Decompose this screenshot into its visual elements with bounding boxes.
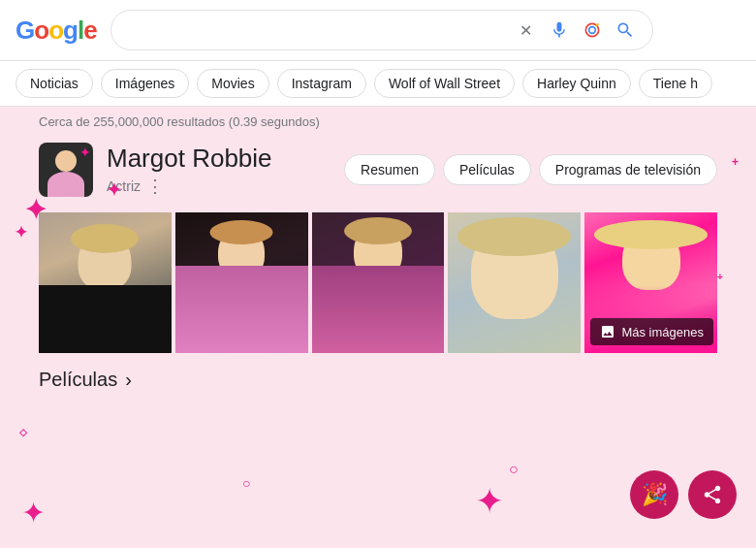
lens-button[interactable] bbox=[581, 18, 604, 42]
peliculas-arrow-icon[interactable]: › bbox=[125, 369, 132, 391]
search-icon bbox=[615, 20, 635, 40]
kp-subtitle: Actriz ⋮ bbox=[107, 176, 331, 197]
kp-tab-resumen[interactable]: Resumen bbox=[344, 154, 435, 185]
tab-wolf-of-wall-street[interactable]: Wolf of Wall Street bbox=[374, 69, 515, 98]
tab-movies[interactable]: Movies bbox=[197, 69, 268, 98]
svg-point-1 bbox=[588, 27, 595, 34]
search-bar: margot robbie ✕ bbox=[110, 10, 653, 50]
more-images-badge[interactable]: Más imágenes bbox=[590, 318, 713, 345]
image-icon bbox=[600, 324, 615, 339]
clear-button[interactable]: ✕ bbox=[515, 18, 538, 42]
tab-instagram[interactable]: Instagram bbox=[277, 69, 366, 98]
share-button[interactable] bbox=[688, 470, 737, 519]
knowledge-panel: ✦ Margot Robbie Actriz ⋮ Resumen Películ… bbox=[0, 137, 756, 203]
avatar-star-decoration: ✦ bbox=[79, 145, 91, 160]
gallery-image-4[interactable] bbox=[448, 212, 581, 353]
kp-tab-peliculas[interactable]: Películas bbox=[443, 154, 531, 185]
tab-noticias[interactable]: Noticias bbox=[16, 69, 93, 98]
tab-imagenes[interactable]: Imágenes bbox=[101, 69, 189, 98]
search-tabs: Noticias Imágenes Movies Instagram Wolf … bbox=[0, 61, 756, 107]
kp-info: Margot Robbie Actriz ⋮ bbox=[107, 144, 331, 197]
party-button[interactable]: 🎉 bbox=[630, 470, 678, 519]
image-gallery-wrapper: Más imágenes ✦ ✦ ✦ ✦ bbox=[0, 203, 756, 363]
lens-icon bbox=[583, 20, 602, 40]
search-icons: ✕ bbox=[515, 18, 637, 42]
kp-tab-programas[interactable]: Programas de televisión bbox=[539, 154, 717, 185]
kp-name: Margot Robbie bbox=[107, 144, 331, 174]
more-images-label: Más imágenes bbox=[621, 325, 704, 339]
mic-button[interactable] bbox=[548, 18, 571, 42]
sparkle-9: ◇ bbox=[19, 427, 27, 437]
more-options-icon[interactable]: ⋮ bbox=[146, 176, 164, 197]
avatar: ✦ bbox=[39, 143, 93, 197]
gallery-image-2[interactable] bbox=[175, 212, 308, 353]
mic-icon bbox=[550, 20, 569, 40]
kp-tabs: Resumen Películas Programas de televisió… bbox=[344, 154, 717, 185]
search-button[interactable] bbox=[614, 18, 637, 42]
gallery-image-3[interactable] bbox=[312, 212, 445, 353]
gallery-image-1[interactable] bbox=[39, 212, 172, 353]
results-count: Cerca de 255,000,000 resultados (0.39 se… bbox=[0, 107, 756, 137]
svg-line-2 bbox=[596, 23, 599, 26]
image-gallery: Más imágenes bbox=[0, 203, 756, 363]
party-icon: 🎉 bbox=[642, 482, 668, 507]
clear-icon: ✕ bbox=[520, 21, 532, 40]
deco-star-1: ✦ bbox=[21, 499, 46, 528]
sparkle-6: ○ bbox=[242, 475, 250, 491]
header: Google margot robbie ✕ bbox=[0, 0, 756, 61]
tab-tiene[interactable]: Tiene h bbox=[639, 69, 712, 98]
share-icon bbox=[702, 484, 723, 505]
peliculas-label: Películas bbox=[39, 369, 117, 391]
search-input[interactable]: margot robbie bbox=[127, 21, 515, 39]
sparkle-7: ○ bbox=[509, 461, 519, 478]
tab-harley-quinn[interactable]: Harley Quinn bbox=[522, 69, 631, 98]
google-logo: Google bbox=[16, 16, 97, 46]
floating-buttons: 🎉 bbox=[630, 470, 737, 519]
deco-star-3: ✦ bbox=[475, 484, 504, 519]
peliculas-section: Películas › bbox=[0, 363, 756, 397]
